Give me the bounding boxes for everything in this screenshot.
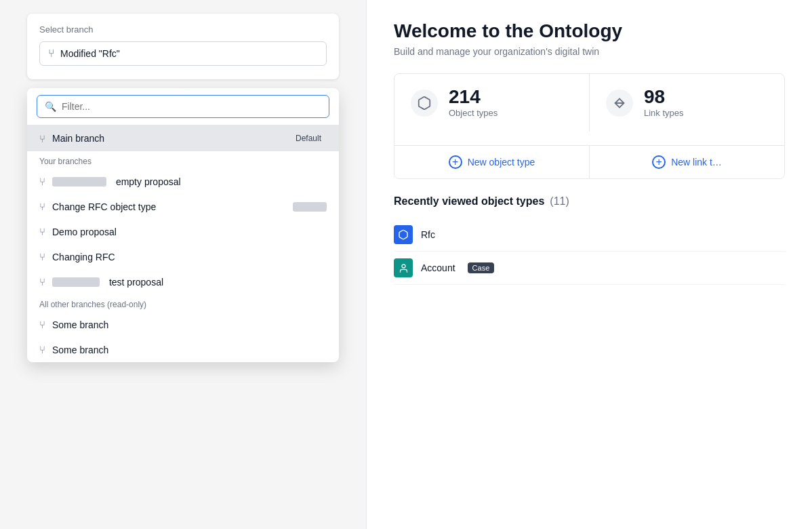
- branch-item-change-rfc[interactable]: ⑂ Change RFC object type: [27, 194, 339, 219]
- link-types-label: Link types: [644, 108, 684, 118]
- case-tag: Case: [468, 262, 495, 273]
- new-object-type-button[interactable]: + New object type: [394, 146, 590, 178]
- filter-wrapper: 🔍: [27, 88, 339, 125]
- branch-icon: ⑂: [39, 176, 45, 187]
- dropdown-list: ⑂ Main branch Default Your branches ⑂ em…: [27, 125, 339, 362]
- new-object-type-label: New object type: [468, 157, 535, 168]
- action-row: + New object type + New link t…: [394, 145, 784, 178]
- arrows-icon-circle: [606, 90, 633, 117]
- branch-icon-main: ⑂: [39, 133, 45, 144]
- plus-circle-icon-2: +: [652, 155, 666, 169]
- branch-item-changing-rfc[interactable]: ⑂ Changing RFC: [27, 244, 339, 269]
- new-link-type-button[interactable]: + New link t…: [590, 146, 784, 178]
- branch-label-6: Some branch: [52, 319, 327, 330]
- link-types-count: 98: [644, 87, 684, 106]
- branch-icon: ⑂: [39, 251, 45, 262]
- redacted-name-2: [293, 202, 327, 212]
- stat-card-object-types: 214 Object types: [394, 74, 590, 132]
- branch-item-some-branch-1[interactable]: ⑂ Some branch: [27, 312, 339, 337]
- branch-label-3: Demo proposal: [52, 227, 327, 237]
- recently-viewed-header: Recently viewed object types (11): [394, 195, 785, 208]
- page-title: Welcome to the Ontology: [394, 20, 785, 42]
- other-branches-section-label: All other branches (read-only): [27, 294, 339, 312]
- stats-section: 214 Object types 98 Link types: [394, 73, 785, 179]
- search-icon: 🔍: [45, 101, 56, 112]
- branch-label-4: Changing RFC: [52, 252, 327, 262]
- branch-icon: ⑂: [39, 201, 45, 212]
- object-types-label: Object types: [449, 108, 498, 118]
- branch-label-7: Some branch: [52, 345, 327, 355]
- stat-card-link-types: 98 Link types: [590, 74, 784, 132]
- new-link-type-label: New link t…: [671, 157, 722, 168]
- object-types-count: 214: [449, 87, 498, 106]
- recent-item-rfc[interactable]: Rfc: [394, 218, 785, 252]
- rfc-name: Rfc: [421, 229, 435, 240]
- svg-point-0: [402, 264, 405, 267]
- filter-input[interactable]: [37, 95, 329, 118]
- branch-item-demo[interactable]: ⑂ Demo proposal: [27, 219, 339, 244]
- branch-item-test-proposal[interactable]: ⑂ test proposal: [27, 269, 339, 294]
- branch-dropdown: 🔍 ⑂ Main branch Default Your branches ⑂ …: [27, 88, 339, 362]
- your-branches-section-label: Your branches: [27, 151, 339, 169]
- main-branch-item[interactable]: ⑂ Main branch Default: [27, 125, 339, 151]
- left-panel: Select branch ⑂ Modified "Rfc" 🔍 ⑂ Main …: [0, 0, 366, 529]
- branch-icon: ⑂: [39, 226, 45, 237]
- redacted-name-3: [52, 277, 100, 287]
- stat-info-link-types: 98 Link types: [644, 87, 684, 118]
- recently-viewed-label: Recently viewed object types: [394, 195, 544, 208]
- page-subtitle: Build and manage your organization's dig…: [394, 46, 785, 57]
- branch-icon: ⑂: [39, 319, 45, 330]
- current-branch-label: Modified "Rfc": [60, 48, 120, 59]
- branch-label-1: empty proposal: [113, 176, 327, 187]
- stats-row: 214 Object types 98 Link types: [394, 74, 784, 132]
- branch-item-empty-proposal[interactable]: ⑂ empty proposal: [27, 169, 339, 194]
- cube-icon-circle: [411, 90, 438, 117]
- recent-item-account[interactable]: Account Case: [394, 252, 785, 285]
- branch-icon: ⑂: [39, 344, 45, 355]
- account-name: Account: [421, 262, 455, 273]
- recently-viewed-count: (11): [550, 195, 569, 208]
- select-branch-label: Select branch: [39, 24, 327, 35]
- main-branch-label: Main branch: [52, 133, 283, 144]
- right-panel: Welcome to the Ontology Build and manage…: [366, 0, 812, 529]
- branch-item-some-branch-2[interactable]: ⑂ Some branch: [27, 337, 339, 362]
- stat-info-object-types: 214 Object types: [449, 87, 498, 118]
- plus-circle-icon: +: [449, 155, 462, 169]
- branch-icon: ⑂: [39, 276, 45, 288]
- rfc-icon: [394, 225, 413, 244]
- account-icon: [394, 258, 413, 277]
- select-branch-card: Select branch ⑂ Modified "Rfc": [27, 14, 339, 79]
- redacted-name-1: [52, 177, 106, 187]
- branch-selector-button[interactable]: ⑂ Modified "Rfc": [39, 41, 327, 66]
- branch-label-5: test proposal: [106, 277, 327, 288]
- branch-fork-icon: ⑂: [48, 47, 55, 60]
- branch-label-2: Change RFC object type: [52, 201, 286, 212]
- default-badge: Default: [290, 132, 327, 144]
